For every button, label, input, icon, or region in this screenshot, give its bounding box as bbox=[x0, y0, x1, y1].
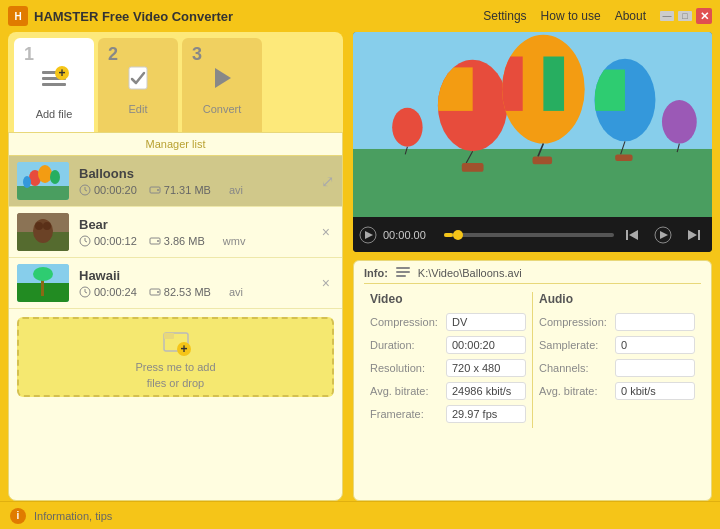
svg-point-23 bbox=[35, 222, 43, 230]
svg-point-14 bbox=[23, 176, 31, 188]
svg-text:H: H bbox=[14, 11, 21, 22]
status-text: Information, tips bbox=[34, 510, 112, 522]
volume-icon bbox=[359, 226, 377, 244]
file-duration-bear: 00:00:12 bbox=[79, 235, 137, 247]
video-framerate-row: Framerate: 29.97 fps bbox=[370, 405, 526, 423]
video-bitrate-value: 24986 kbit/s bbox=[446, 382, 526, 400]
svg-rect-60 bbox=[615, 154, 632, 161]
svg-point-22 bbox=[33, 219, 53, 243]
info-grid: Video Compression: DV Duration: 00:00:20… bbox=[364, 292, 701, 428]
step-2-icon bbox=[123, 63, 153, 99]
file-thumb-hawaii bbox=[17, 264, 69, 302]
audio-bitrate-row: Avg. bitrate: 0 kbit/s bbox=[539, 382, 695, 400]
close-bear[interactable]: × bbox=[318, 222, 334, 242]
svg-rect-73 bbox=[396, 267, 410, 269]
svg-point-61 bbox=[662, 100, 697, 144]
video-duration-label: Duration: bbox=[370, 339, 440, 351]
svg-point-24 bbox=[43, 222, 51, 230]
svg-text:+: + bbox=[180, 342, 187, 356]
video-duration-value: 00:00:20 bbox=[446, 336, 526, 354]
info-col-audio: Audio Compression: Samplerate: 0 Channel… bbox=[533, 292, 701, 428]
audio-channels-row: Channels: bbox=[539, 359, 695, 377]
hdd-icon-hawaii bbox=[149, 286, 161, 298]
drag-handle-balloons: ⤢ bbox=[321, 172, 334, 191]
file-name-bear: Bear bbox=[79, 217, 318, 232]
step-1-label: Add file bbox=[36, 108, 73, 120]
step-1[interactable]: 1 + Add file bbox=[14, 38, 94, 132]
svg-rect-4 bbox=[42, 83, 66, 86]
clock-icon bbox=[79, 184, 91, 196]
svg-marker-68 bbox=[629, 230, 638, 240]
svg-rect-67 bbox=[626, 230, 628, 240]
skip-forward-button[interactable] bbox=[682, 225, 706, 245]
step-2[interactable]: 2 Edit bbox=[98, 38, 178, 132]
add-files-label: Press me to add bbox=[135, 361, 215, 373]
step-1-icon: + bbox=[38, 65, 70, 104]
step-1-num: 1 bbox=[24, 44, 34, 65]
skip-back-button[interactable] bbox=[620, 225, 644, 245]
info-icon: i bbox=[10, 508, 26, 524]
svg-rect-71 bbox=[698, 230, 700, 240]
video-resolution-value: 720 x 480 bbox=[446, 359, 526, 377]
hdd-icon bbox=[149, 184, 161, 196]
file-name-balloons: Balloons bbox=[79, 166, 321, 181]
svg-rect-10 bbox=[17, 186, 69, 200]
right-panel: 00:00.00 bbox=[353, 32, 712, 501]
audio-channels-label: Channels: bbox=[539, 362, 609, 374]
progress-bar[interactable] bbox=[444, 233, 614, 237]
audio-compression-label: Compression: bbox=[539, 316, 609, 328]
video-resolution-label: Resolution: bbox=[370, 362, 440, 374]
step-3-icon bbox=[207, 63, 237, 99]
video-preview: 00:00.00 bbox=[353, 32, 712, 252]
add-files-sublabel: files or drop bbox=[147, 377, 204, 389]
progress-dot bbox=[453, 230, 463, 240]
video-compression-row: Compression: DV bbox=[370, 313, 526, 331]
svg-point-29 bbox=[157, 240, 159, 242]
file-size-hawaii: 82.53 MB bbox=[149, 286, 211, 298]
step-2-num: 2 bbox=[108, 44, 118, 65]
svg-rect-55 bbox=[533, 157, 553, 165]
info-path: K:\Video\Balloons.avi bbox=[418, 267, 522, 279]
svg-marker-72 bbox=[688, 230, 697, 240]
play-button[interactable] bbox=[650, 224, 676, 246]
howto-link[interactable]: How to use bbox=[541, 9, 601, 23]
file-thumb-balloons bbox=[17, 162, 69, 200]
file-info-bear: Bear 00:00:12 3.86 MB wmv bbox=[79, 217, 318, 247]
minimize-button[interactable]: — bbox=[660, 11, 674, 21]
file-duration-hawaii: 00:00:24 bbox=[79, 286, 137, 298]
video-compression-value: DV bbox=[446, 313, 526, 331]
file-item-balloons[interactable]: Balloons 00:00:20 71.31 MB avi ⤢ bbox=[9, 156, 342, 207]
title-left: H HAMSTER Free Video Converter bbox=[8, 6, 233, 26]
audio-compression-value bbox=[615, 313, 695, 331]
svg-marker-70 bbox=[660, 231, 668, 239]
step-3-num: 3 bbox=[192, 44, 202, 65]
close-button[interactable]: ✕ bbox=[696, 8, 712, 24]
close-hawaii[interactable]: × bbox=[318, 273, 334, 293]
file-item-hawaii[interactable]: Hawaii 00:00:24 82.53 MB avi × bbox=[9, 258, 342, 309]
title-bar: H HAMSTER Free Video Converter Settings … bbox=[0, 0, 720, 32]
add-files-box[interactable]: + Press me to add files or drop bbox=[17, 317, 334, 397]
video-col-title: Video bbox=[370, 292, 526, 308]
add-files-icon: + bbox=[160, 325, 192, 357]
svg-rect-49 bbox=[462, 163, 484, 172]
about-link[interactable]: About bbox=[615, 9, 646, 23]
svg-text:+: + bbox=[58, 66, 65, 80]
svg-point-13 bbox=[50, 170, 60, 184]
audio-bitrate-label: Avg. bitrate: bbox=[539, 385, 609, 397]
maximize-button[interactable]: □ bbox=[678, 11, 692, 21]
svg-marker-8 bbox=[215, 68, 231, 88]
app-icon: H bbox=[8, 6, 28, 26]
step-2-label: Edit bbox=[129, 103, 148, 115]
audio-samplerate-label: Samplerate: bbox=[539, 339, 609, 351]
file-info-hawaii: Hawaii 00:00:24 82.53 MB avi bbox=[79, 268, 318, 298]
info-header: Info: K:\Video\Balloons.avi bbox=[364, 267, 701, 284]
status-bar: i Information, tips bbox=[0, 501, 720, 529]
svg-point-19 bbox=[157, 189, 159, 191]
step-3[interactable]: 3 Convert bbox=[182, 38, 262, 132]
audio-compression-row: Compression: bbox=[539, 313, 695, 331]
file-item-bear[interactable]: Bear 00:00:12 3.86 MB wmv × bbox=[9, 207, 342, 258]
audio-bitrate-value: 0 kbit/s bbox=[615, 382, 695, 400]
info-label: Info: bbox=[364, 267, 388, 279]
settings-link[interactable]: Settings bbox=[483, 9, 526, 23]
svg-line-17 bbox=[85, 190, 87, 191]
